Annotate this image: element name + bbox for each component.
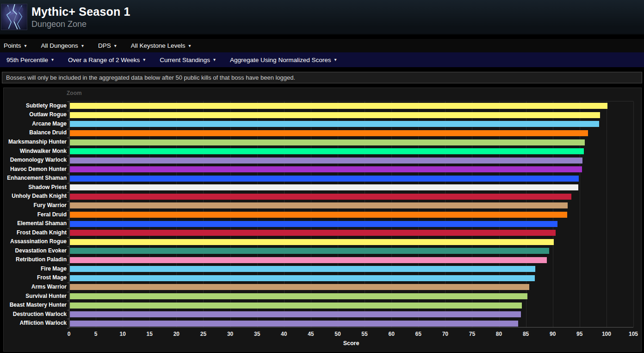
spec-label-enhancement-shaman: Enhancement Shaman bbox=[4, 175, 67, 181]
y-axis-tick bbox=[67, 265, 69, 265]
spec-label-demonology-warlock: Demonology Warlock bbox=[4, 157, 67, 163]
y-axis-tick bbox=[67, 201, 69, 202]
chevron-down-icon: ▾ bbox=[213, 57, 216, 62]
score-bar-retribution-paladin[interactable] bbox=[70, 257, 547, 263]
y-axis-tick bbox=[67, 210, 69, 211]
spec-label-fury-warrior: Fury Warrior bbox=[4, 202, 67, 208]
y-axis-tick bbox=[67, 156, 69, 156]
score-bar-unholy-death-knight[interactable] bbox=[70, 194, 571, 200]
y-axis-tick bbox=[67, 237, 69, 238]
chevron-down-icon: ▾ bbox=[25, 44, 27, 48]
score-bar-marksmanship-hunter[interactable] bbox=[70, 139, 585, 145]
filter-label: 95th Percentile bbox=[6, 57, 48, 63]
score-bar-enhancement-shaman[interactable] bbox=[70, 176, 579, 182]
spec-label-devastation-evoker: Devastation Evoker bbox=[4, 247, 67, 254]
score-bar-survival-hunter[interactable] bbox=[70, 293, 527, 299]
y-axis-tick bbox=[67, 301, 69, 301]
score-bar-balance-druid[interactable] bbox=[70, 130, 588, 136]
score-bar-beast-mastery-hunter[interactable] bbox=[70, 303, 522, 309]
filter-aggregate-using-normalized-scores[interactable]: Aggregate Using Normalized Scores▾ bbox=[230, 57, 336, 63]
score-bar-havoc-demon-hunter[interactable] bbox=[70, 166, 582, 172]
chevron-down-icon: ▾ bbox=[143, 57, 145, 62]
y-axis-tick bbox=[67, 319, 69, 319]
y-axis-tick bbox=[67, 174, 69, 174]
score-bar-feral-druid[interactable] bbox=[70, 212, 567, 218]
spec-label-affliction-warlock: Affliction Warlock bbox=[4, 320, 67, 326]
x-tick-label: 15 bbox=[140, 331, 159, 337]
filter-95th-percentile[interactable]: 95th Percentile▾ bbox=[6, 57, 54, 63]
score-bar-subtlety-rogue[interactable] bbox=[70, 103, 607, 109]
chevron-down-icon: ▾ bbox=[334, 57, 336, 62]
x-tick-label: 105 bbox=[624, 331, 643, 337]
spec-label-marksmanship-hunter: Marksmanship Hunter bbox=[4, 139, 67, 145]
y-axis-tick bbox=[67, 328, 69, 328]
score-bar-devastation-evoker[interactable] bbox=[70, 248, 549, 254]
score-bar-arcane-mage[interactable] bbox=[70, 121, 599, 127]
filter-label: Aggregate Using Normalized Scores bbox=[230, 57, 331, 63]
score-bar-shadow-priest[interactable] bbox=[70, 184, 578, 190]
x-tick-label: 60 bbox=[382, 331, 401, 337]
score-bar-fury-warrior[interactable] bbox=[70, 202, 568, 208]
filter-dps[interactable]: DPS▾ bbox=[98, 42, 117, 49]
filter-label: Points bbox=[4, 42, 21, 49]
x-tick-label: 95 bbox=[570, 331, 589, 337]
spec-label-retribution-paladin: Retribution Paladin bbox=[4, 256, 67, 263]
x-tick-label: 55 bbox=[355, 331, 374, 337]
spec-label-subtlety-rogue: Subtlety Rogue bbox=[4, 102, 67, 109]
score-bar-windwalker-monk[interactable] bbox=[70, 148, 584, 154]
x-tick-label: 45 bbox=[302, 331, 320, 337]
filter-bar-secondary: 95th Percentile▾Over a Range of 2 Weeks▾… bbox=[0, 52, 644, 67]
y-axis-tick bbox=[67, 219, 69, 220]
x-tick-label: 25 bbox=[194, 331, 212, 337]
chevron-down-icon: ▾ bbox=[114, 44, 117, 48]
x-tick-label: 100 bbox=[597, 331, 616, 337]
y-axis-tick bbox=[67, 292, 69, 292]
chevron-down-icon: ▾ bbox=[51, 57, 54, 62]
y-axis-tick bbox=[67, 165, 69, 165]
filter-label: All Dungeons bbox=[41, 42, 78, 49]
score-bar-elemental-shaman[interactable] bbox=[70, 221, 557, 227]
x-tick-label: 75 bbox=[463, 331, 481, 337]
x-tick-label: 85 bbox=[517, 331, 535, 337]
spec-label-destruction-warlock: Destruction Warlock bbox=[4, 311, 67, 317]
x-tick-label: 40 bbox=[275, 331, 293, 337]
spec-label-windwalker-monk: Windwalker Monk bbox=[4, 148, 67, 154]
gridline bbox=[607, 101, 607, 327]
x-tick-label: 70 bbox=[436, 331, 454, 337]
score-bar-assassination-rogue[interactable] bbox=[70, 239, 554, 245]
spec-label-unholy-death-knight: Unholy Death Knight bbox=[4, 193, 67, 199]
y-axis-tick bbox=[67, 228, 69, 229]
filter-label: Over a Range of 2 Weeks bbox=[68, 57, 140, 63]
score-bar-frost-death-knight[interactable] bbox=[70, 230, 556, 236]
filter-points[interactable]: Points▾ bbox=[4, 42, 27, 49]
spec-label-frost-mage: Frost Mage bbox=[4, 274, 67, 281]
filter-current-standings[interactable]: Current Standings▾ bbox=[160, 57, 216, 63]
score-bar-demonology-warlock[interactable] bbox=[70, 158, 582, 164]
score-bar-frost-mage[interactable] bbox=[70, 275, 535, 281]
x-tick-label: 5 bbox=[87, 331, 105, 337]
score-bar-destruction-warlock[interactable] bbox=[70, 311, 521, 317]
spec-label-beast-mastery-hunter: Beast Mastery Hunter bbox=[4, 302, 67, 308]
spec-label-elemental-shaman: Elemental Shaman bbox=[4, 220, 67, 227]
y-axis-tick bbox=[67, 246, 69, 247]
spec-label-havoc-demon-hunter: Havoc Demon Hunter bbox=[4, 166, 67, 172]
filter-label: All Keystone Levels bbox=[131, 42, 186, 49]
filter-label: DPS bbox=[98, 42, 111, 49]
zone-logo[interactable] bbox=[1, 4, 27, 30]
spec-label-survival-hunter: Survival Hunter bbox=[4, 293, 67, 299]
score-bar-affliction-warlock[interactable] bbox=[70, 321, 518, 327]
y-axis-tick bbox=[67, 183, 69, 183]
filter-all-keystone-levels[interactable]: All Keystone Levels▾ bbox=[131, 42, 191, 49]
filter-all-dungeons[interactable]: All Dungeons▾ bbox=[41, 42, 84, 49]
lightning-icon bbox=[1, 4, 27, 30]
x-tick-label: 30 bbox=[221, 331, 240, 337]
x-tick-label: 0 bbox=[60, 331, 78, 337]
score-bar-outlaw-rogue[interactable] bbox=[70, 112, 600, 118]
y-axis-tick bbox=[67, 120, 69, 120]
score-bar-fire-mage[interactable] bbox=[70, 266, 535, 272]
score-bar-arms-warrior[interactable] bbox=[70, 284, 529, 290]
x-tick-label: 65 bbox=[409, 331, 427, 337]
page-header: Mythic+ Season 1 Dungeon Zone bbox=[0, 0, 644, 35]
y-axis-tick bbox=[67, 111, 69, 111]
filter-over-a-range-of-2-weeks[interactable]: Over a Range of 2 Weeks▾ bbox=[68, 57, 145, 63]
